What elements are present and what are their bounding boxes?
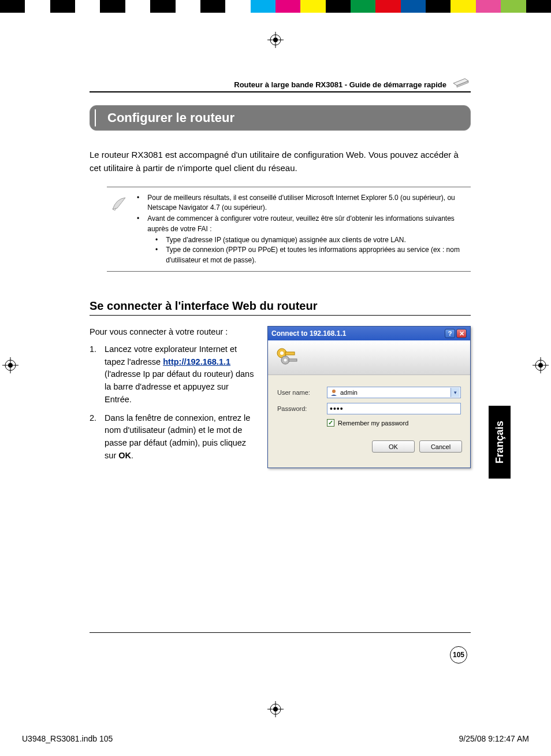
svg-rect-21 (289, 359, 297, 361)
ok-button[interactable]: OK (372, 440, 415, 453)
header-title: Routeur à large bande RX3081 - Guide de … (234, 80, 446, 89)
dialog-titlebar: Connect to 192.168.1.1 ? ✕ (268, 327, 470, 340)
color-swatch (401, 0, 426, 13)
username-label: User name: (277, 389, 321, 396)
subsection-heading: Se connecter à l'interface Web du routeu… (90, 299, 471, 316)
svg-point-22 (332, 390, 336, 393)
footer-file-info: U3948_RS3081.indb 105 (22, 734, 113, 743)
color-swatch (351, 0, 375, 13)
page-header: Routeur à large bande RX3081 - Guide de … (90, 75, 471, 92)
password-value: •••• (330, 406, 344, 412)
keys-icon (274, 346, 300, 369)
color-swatch (200, 0, 225, 13)
color-swatch (75, 0, 100, 13)
username-value: admin (340, 389, 358, 396)
svg-point-3 (273, 38, 278, 42)
color-swatch (176, 0, 200, 13)
footer-timestamp: 9/25/08 9:12:47 AM (459, 734, 529, 743)
pen-note-icon (109, 193, 130, 266)
router-ip-link[interactable]: http://192.168.1.1 (163, 357, 230, 366)
svg-point-7 (273, 707, 278, 711)
language-tab: Français (489, 406, 511, 479)
chevron-down-icon[interactable]: ▾ (451, 388, 460, 397)
color-swatch (150, 0, 175, 13)
color-swatch (125, 0, 150, 13)
svg-point-20 (284, 358, 287, 361)
color-swatch (501, 0, 526, 13)
step-2: 2. Dans la fenêtre de connexion, entrez … (90, 412, 257, 462)
note-bullet-2: Avant de commencer à configurer votre ro… (147, 214, 468, 234)
instructions-column: Pour vous connecter à votre routeur : 1.… (90, 326, 257, 468)
user-icon (330, 388, 338, 396)
username-dropdown[interactable]: admin ▾ (327, 387, 461, 398)
step-1: 1. Lancez votre explorateur Internet et … (90, 343, 257, 406)
note-content: Pour de meilleurs résultats, il est cons… (137, 193, 468, 266)
remember-label: Remember my password (338, 420, 408, 427)
registration-mark-icon (2, 357, 18, 377)
lead-text: Pour vous connecter à votre routeur : (90, 326, 257, 339)
note-sub-2: Type de connexion (PPTP ou PPoE) et tout… (166, 245, 468, 265)
registration-mark-icon (533, 357, 549, 377)
note-sub-1: Type d'adresse IP (statique ou dynamique… (166, 235, 406, 245)
dialog-banner (268, 340, 470, 375)
svg-point-15 (538, 363, 543, 368)
color-swatch (25, 0, 50, 13)
color-swatch (375, 0, 400, 13)
page-number: 105 (450, 646, 467, 664)
router-icon (451, 75, 471, 89)
color-swatch (50, 0, 75, 13)
color-swatch (476, 0, 501, 13)
print-color-bar (0, 0, 551, 13)
color-swatch (276, 0, 300, 13)
page-content: Routeur à large bande RX3081 - Guide de … (90, 75, 471, 468)
color-swatch (526, 0, 551, 13)
registration-mark-icon (267, 32, 284, 52)
section-title: Configurer le routeur (99, 110, 461, 125)
color-swatch (0, 0, 25, 13)
color-swatch (225, 0, 250, 13)
help-button[interactable]: ? (445, 329, 455, 338)
login-dialog: Connect to 192.168.1.1 ? ✕ User (267, 326, 471, 468)
color-swatch (100, 0, 125, 13)
cancel-button[interactable]: Cancel (419, 440, 462, 453)
password-input[interactable]: •••• (327, 403, 461, 414)
note-box: Pour de meilleurs résultats, il est cons… (107, 187, 471, 272)
color-swatch (426, 0, 451, 13)
color-swatch (300, 0, 325, 13)
svg-point-17 (280, 351, 284, 355)
color-swatch (251, 0, 276, 13)
close-button[interactable]: ✕ (456, 329, 467, 338)
intro-paragraph: Le routeur RX3081 est accompagné d'un ut… (90, 148, 471, 175)
section-title-box: Configurer le routeur (90, 105, 471, 131)
dialog-title-text: Connect to 192.168.1.1 (271, 329, 346, 338)
svg-point-11 (8, 363, 13, 368)
registration-mark-icon (267, 701, 284, 721)
password-label: Password: (277, 405, 321, 412)
color-swatch (326, 0, 351, 13)
note-bullet-1: Pour de meilleurs résultats, il est cons… (147, 193, 468, 213)
footer-rule (90, 632, 471, 633)
color-swatch (451, 0, 475, 13)
svg-rect-18 (285, 352, 295, 355)
remember-checkbox[interactable]: ✓ (327, 419, 334, 427)
